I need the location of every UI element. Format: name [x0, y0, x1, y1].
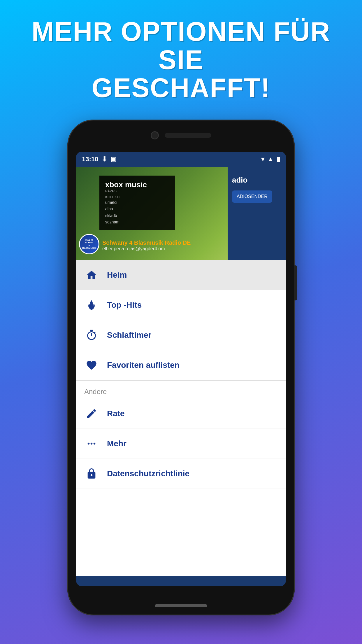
menu-item-mehr[interactable]: Mehr: [76, 429, 286, 459]
battery-icon: ▮: [277, 155, 280, 163]
heart-icon: [84, 358, 99, 372]
sim-icon: ▣: [110, 155, 117, 163]
xbox-subtitle: RÁVA SE: [105, 189, 169, 193]
drawer-bottom-space: [76, 489, 286, 576]
rate-icon: [84, 406, 99, 421]
menu-item-rate[interactable]: Rate: [76, 399, 286, 429]
home-bar: [155, 604, 207, 607]
menu-label-favoriten: Favoriten auflisten: [107, 360, 180, 370]
status-bar: 13:10 ⬇ ▣ ▾ ▲ ▮: [76, 152, 286, 167]
right-panel: adio ADIOSENDER: [228, 167, 286, 260]
menu-item-top-hits[interactable]: Top -Hits: [76, 290, 286, 320]
xbox-card: xbox music RÁVA SE KOLEKCE uměIci alba s…: [99, 176, 175, 230]
menu-item-schlaftimer[interactable]: Schlaftimer: [76, 320, 286, 350]
xbox-title: xbox music: [105, 180, 169, 189]
menu-item-favoriten[interactable]: Favoriten auflisten: [76, 350, 286, 380]
menu-item-heim[interactable]: Heim: [76, 260, 286, 290]
station-logo: RADIOSCHWA4BLASMUSIK: [79, 234, 99, 254]
menu-item-datenschutz[interactable]: Datenschutzrichtlinie: [76, 459, 286, 489]
radiosender-button[interactable]: ADIOSENDER: [232, 190, 272, 203]
right-panel-title: adio: [232, 176, 247, 185]
menu-label-top-hits: Top -Hits: [107, 300, 142, 310]
menu-label-schlaftimer: Schlaftimer: [107, 330, 152, 340]
mehr-icon: [84, 436, 99, 451]
menu-label-heim: Heim: [107, 270, 127, 280]
camera: [151, 131, 159, 139]
home-icon: [84, 268, 99, 282]
timer-icon: [84, 328, 99, 342]
drawer-menu: Heim Top -Hits Schlaftimer: [76, 260, 286, 576]
phone-screen: 13:10 ⬇ ▣ ▾ ▲ ▮ xbox music RÁVA SE: [76, 152, 286, 586]
hero-area: xbox music RÁVA SE KOLEKCE uměIci alba s…: [76, 167, 286, 260]
phone-shell: 13:10 ⬇ ▣ ▾ ▲ ▮ xbox music RÁVA SE: [67, 120, 295, 615]
volume-button: [294, 265, 297, 300]
wifi-icon: ▾: [261, 155, 264, 163]
menu-label-mehr: Mehr: [107, 439, 126, 448]
menu-label-datenschutz: Datenschutzrichtlinie: [107, 469, 189, 478]
headline-line1: MEHR OPTIONEN FÜR SIE: [31, 17, 331, 75]
headline-line2: GESCHAFFT!: [92, 73, 270, 103]
xbox-kolekce: KOLEKCE: [105, 195, 169, 199]
xbox-items: uměIci alba skladb seznam: [105, 199, 169, 225]
phone-mockup: 13:10 ⬇ ▣ ▾ ▲ ▮ xbox music RÁVA SE: [67, 120, 295, 615]
time-display: 13:10: [82, 155, 98, 163]
menu-label-rate: Rate: [107, 409, 125, 418]
section-andere: Andere: [76, 381, 286, 399]
lock-icon: [84, 466, 99, 481]
download-icon: ⬇: [102, 155, 107, 163]
phone-top-bar: [151, 131, 211, 139]
fire-icon: [84, 298, 99, 312]
headline: MEHR OPTIONEN FÜR SIE GESCHAFFT!: [0, 18, 362, 102]
speaker: [165, 133, 211, 138]
signal-icon: ▲: [267, 155, 274, 163]
